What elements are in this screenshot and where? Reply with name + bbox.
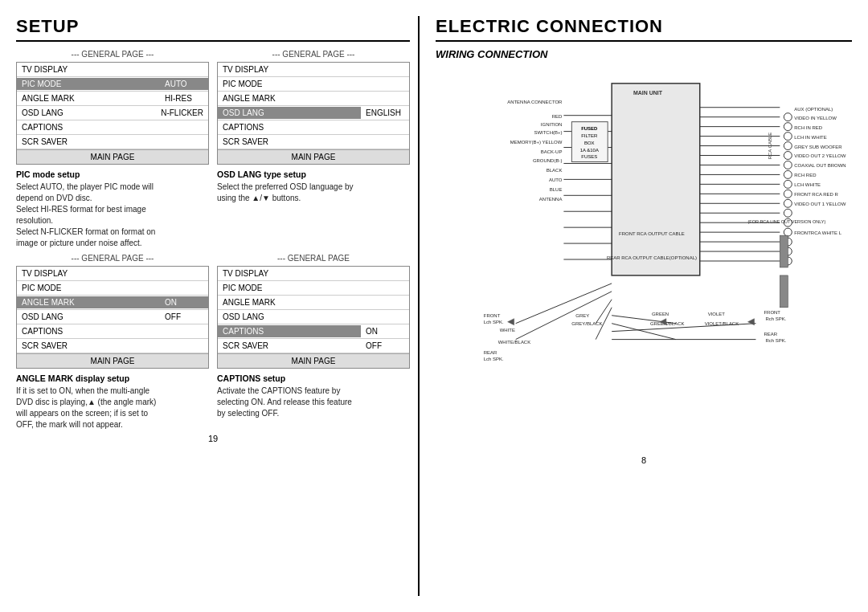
- svg-text:MAIN UNIT: MAIN UNIT: [633, 90, 663, 96]
- menu-row-angle-tr: ANGLE MARK: [218, 92, 409, 106]
- desc-tl: PIC mode setup Select AUTO, the player P…: [16, 169, 209, 249]
- svg-text:RCA CABLE: RCA CABLE: [768, 133, 772, 160]
- svg-point-29: [784, 209, 792, 217]
- menu-row-angle-tl: ANGLE MARK HI-RES: [17, 92, 208, 106]
- svg-rect-105: [780, 235, 788, 267]
- svg-text:VIOLET/BLACK: VIOLET/BLACK: [705, 321, 739, 326]
- svg-text:COAXIAL OUT BROWN: COAXIAL OUT BROWN: [794, 163, 845, 168]
- desc-bl: ANGLE MARK display setup If it is set to…: [16, 373, 209, 430]
- wiring-svg: MAIN UNIT: [436, 67, 852, 452]
- menu-row-captions-tl: CAPTIONS: [17, 120, 208, 135]
- bottom-left-col: --- GENERAL PAGE --- TV DISPLAY PIC MODE…: [16, 254, 209, 430]
- page-number-right: 8: [436, 455, 852, 465]
- svg-point-19: [784, 113, 792, 121]
- svg-text:1A &10A: 1A &10A: [580, 148, 599, 153]
- svg-line-76: [516, 284, 612, 324]
- svg-text:AUX (OPTIONAL): AUX (OPTIONAL): [794, 107, 833, 112]
- general-page-label-tr: --- GENERAL PAGE ---: [217, 50, 410, 59]
- svg-text:REAR: REAR: [484, 350, 497, 355]
- svg-text:LCH WHITE: LCH WHITE: [794, 182, 821, 187]
- setup-section: SETUP --- GENERAL PAGE --- TV DISPLAY PI…: [16, 16, 410, 596]
- general-page-label-bl: --- GENERAL PAGE ---: [16, 254, 209, 263]
- wiring-title: WIRING CONNECTION: [436, 48, 852, 60]
- svg-text:WHITE: WHITE: [500, 328, 515, 333]
- electric-title: ELECTRIC CONNECTION: [436, 16, 852, 42]
- svg-text:WHITE/BLACK: WHITE/BLACK: [498, 340, 530, 345]
- svg-text:VIOLET: VIOLET: [708, 312, 726, 316]
- menu-box-br: TV DISPLAY PIC MODE ANGLE MARK OSD LANG …: [217, 266, 410, 369]
- svg-rect-0: [612, 84, 700, 275]
- svg-text:Lch SPK.: Lch SPK.: [484, 357, 504, 361]
- menu-footer-tl: MAIN PAGE: [17, 149, 208, 164]
- svg-text:FILTER: FILTER: [581, 133, 598, 138]
- svg-text:ANTENNA CONNECTOR: ANTENNA CONNECTOR: [507, 100, 563, 104]
- svg-point-21: [784, 133, 792, 141]
- svg-text:AUTO: AUTO: [549, 177, 563, 182]
- svg-text:FRONTRCA  WHITE L: FRONTRCA WHITE L: [794, 231, 841, 235]
- menu-label-picmode: PIC MODE: [17, 78, 160, 90]
- menu-row-scr-tr: SCR SAVER: [218, 135, 409, 149]
- svg-text:VIDEO OUT 1 YELLOW: VIDEO OUT 1 YELLOW: [794, 202, 845, 206]
- menu-footer-tr: MAIN PAGE: [218, 149, 409, 164]
- desc-tr: OSD LANG type setup Select the preferred…: [217, 169, 410, 204]
- menu-row-osd-tr: OSD LANG ENGLISH: [218, 106, 409, 120]
- page-number-left: 19: [16, 434, 410, 443]
- svg-text:MEMORY(B+) YELLOW: MEMORY(B+) YELLOW: [510, 140, 563, 145]
- svg-text:ANTENNA: ANTENNA: [539, 197, 563, 202]
- menu-value-osd: N-FLICKER: [156, 107, 208, 119]
- svg-point-28: [784, 199, 792, 207]
- desc-title-tr: OSD LANG type setup: [217, 169, 410, 179]
- svg-point-22: [784, 142, 792, 150]
- setup-title: SETUP: [16, 16, 410, 42]
- menu-box-tl: TV DISPLAY PIC MODE AUTO ANGLE MARK HI-R…: [16, 62, 209, 165]
- svg-text:Rch SPK.: Rch SPK.: [765, 338, 786, 343]
- general-page-label-br: --- GENERAL PAGE: [217, 254, 410, 263]
- svg-text:FRONT RCA OUTPUT CABLE: FRONT RCA OUTPUT CABLE: [619, 231, 685, 236]
- menu-label-angle: ANGLE MARK: [17, 92, 160, 104]
- svg-text:Lch SPK.: Lch SPK.: [484, 320, 504, 324]
- svg-text:RCH RED: RCH RED: [794, 173, 817, 177]
- menu-value-picmode: AUTO: [160, 78, 208, 90]
- menu-box-bl: TV DISPLAY PIC MODE ANGLE MARK ON OSD LA…: [16, 266, 209, 369]
- top-right-col: --- GENERAL PAGE --- TV DISPLAY PIC MODE…: [217, 50, 410, 249]
- top-left-col: --- GENERAL PAGE --- TV DISPLAY PIC MODE…: [16, 50, 209, 249]
- desc-title-tl: PIC mode setup: [16, 169, 209, 179]
- svg-text:GROUND(B-): GROUND(B-): [533, 158, 562, 163]
- svg-point-27: [784, 190, 792, 198]
- svg-point-24: [784, 161, 792, 169]
- svg-marker-100: [508, 319, 514, 325]
- svg-text:BOX: BOX: [584, 141, 595, 145]
- electric-section: ELECTRIC CONNECTION WIRING CONNECTION MA…: [418, 16, 852, 596]
- desc-br: CAPTIONS setup Activate the CAPTIONS fea…: [217, 373, 410, 419]
- menu-row-tv-display-tl: TV DISPLAY: [17, 63, 208, 77]
- menu-row-scr-tl: SCR SAVER: [17, 135, 208, 149]
- menu-label-captions: CAPTIONS: [17, 121, 208, 133]
- desc-text-tr: Select the preferred OSD language by usi…: [217, 182, 410, 204]
- wiring-diagram: MAIN UNIT: [436, 67, 852, 452]
- svg-text:FRONT: FRONT: [764, 310, 780, 315]
- svg-text:Rch SPK.: Rch SPK.: [765, 316, 786, 321]
- svg-text:GREY SUB WOOFER: GREY SUB WOOFER: [794, 145, 842, 149]
- menu-box-tr: TV DISPLAY PIC MODE ANGLE MARK OSD LANG …: [217, 62, 410, 165]
- svg-text:BLACK: BLACK: [547, 168, 563, 173]
- svg-text:LCH IN WHITE: LCH IN WHITE: [794, 135, 826, 140]
- svg-text:(FOR RCA LINE OUT VERSION ONLY: (FOR RCA LINE OUT VERSION ONLY): [748, 219, 826, 224]
- svg-text:FRONT RCA  RED R: FRONT RCA RED R: [794, 192, 838, 197]
- svg-text:VIDEO IN YELLOW: VIDEO IN YELLOW: [794, 116, 837, 120]
- svg-text:RED: RED: [552, 114, 563, 119]
- menu-row-pic-mode-tl: PIC MODE AUTO: [17, 77, 208, 92]
- svg-text:RCH IN RED: RCH IN RED: [794, 125, 823, 130]
- menu-label-scr: SCR SAVER: [17, 136, 208, 148]
- menu-row-osd-tl: OSD LANG N-FLICKER: [17, 106, 208, 120]
- svg-line-77: [516, 292, 612, 340]
- svg-point-20: [784, 123, 792, 131]
- svg-point-26: [784, 180, 792, 188]
- svg-text:GREEN/BLACK: GREEN/BLACK: [650, 321, 684, 326]
- svg-point-31: [784, 228, 792, 236]
- desc-text-tl: Select AUTO, the player PIC mode will de…: [16, 182, 209, 249]
- menu-row-tv-tr: TV DISPLAY: [218, 63, 409, 77]
- bottom-right-col: --- GENERAL PAGE TV DISPLAY PIC MODE ANG…: [217, 254, 410, 430]
- svg-text:FUSED: FUSED: [581, 126, 598, 131]
- svg-text:FUSES: FUSES: [581, 154, 597, 159]
- svg-text:GREEN: GREEN: [652, 312, 669, 316]
